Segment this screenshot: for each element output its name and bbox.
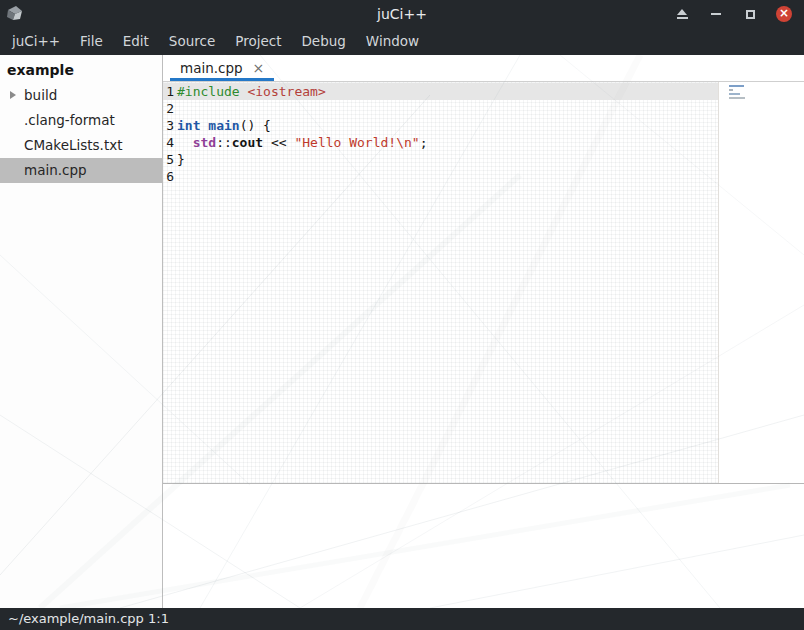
menu-item-file[interactable]: File	[70, 28, 113, 55]
tree-item-label: main.cpp	[24, 162, 87, 178]
code-line[interactable]: 6	[163, 168, 718, 185]
tree-item-label: build	[24, 87, 57, 103]
minimize-button[interactable]	[708, 6, 724, 22]
expander-icon[interactable]	[10, 91, 16, 99]
minimize-icon	[711, 13, 721, 15]
status-file-position: ~/example/main.cpp 1:1	[8, 611, 169, 626]
close-button[interactable]: ×	[776, 6, 792, 22]
tab-close-icon[interactable]: ×	[253, 61, 265, 75]
keep-above-icon[interactable]	[674, 6, 690, 22]
menu-item-project[interactable]: Project	[225, 28, 291, 55]
workspace: example build .clang-format CMakeLists.t…	[0, 55, 804, 608]
maximize-button[interactable]	[742, 6, 758, 22]
line-content: int main() {	[177, 118, 271, 133]
line-number: 1	[163, 83, 174, 100]
tab-label: main.cpp	[180, 60, 243, 76]
tree-item-label: CMakeLists.txt	[24, 137, 123, 153]
line-number: 6	[163, 168, 174, 185]
titlebar: juCi++ ×	[0, 0, 804, 28]
menu-item-juci[interactable]: juCi++	[2, 28, 70, 55]
line-number: 3	[163, 117, 174, 134]
code-line[interactable]: 4 std::cout << "Hello World!\n";	[163, 134, 718, 151]
eject-triangle	[677, 9, 687, 15]
project-root-label[interactable]: example	[0, 55, 162, 83]
line-content: }	[177, 152, 185, 167]
line-number: 4	[163, 134, 174, 151]
editor-column: main.cpp × 1#include <iostream>23int mai…	[163, 55, 804, 608]
tree-item-cmakelists[interactable]: CMakeLists.txt	[0, 133, 162, 158]
code-line[interactable]: 3int main() {	[163, 117, 718, 134]
overview-line	[729, 85, 744, 87]
overview-map[interactable]	[729, 85, 753, 101]
menubar: juCi++ File Edit Source Project Debug Wi…	[0, 28, 804, 55]
eject-bar	[677, 17, 688, 19]
menu-item-source[interactable]: Source	[159, 28, 225, 55]
tree-item-main-cpp[interactable]: main.cpp	[0, 158, 162, 183]
status-bar: ~/example/main.cpp 1:1	[0, 608, 804, 630]
tab-bar: main.cpp ×	[163, 55, 804, 82]
app-window: juCi++ × juCi++ File Edit Source Project…	[0, 0, 804, 630]
code-area[interactable]: 1#include <iostream>23int main() {4 std:…	[163, 82, 719, 483]
menu-item-debug[interactable]: Debug	[291, 28, 355, 55]
code-line[interactable]: 1#include <iostream>	[163, 83, 718, 100]
overview-line	[729, 97, 745, 99]
line-content: #include <iostream>	[177, 84, 326, 99]
terminal-panel[interactable]	[163, 483, 804, 608]
window-controls: ×	[674, 0, 792, 28]
menu-item-edit[interactable]: Edit	[113, 28, 159, 55]
line-content: std::cout << "Hello World!\n";	[177, 135, 427, 150]
tab-main-cpp[interactable]: main.cpp ×	[170, 55, 274, 81]
line-number: 5	[163, 151, 174, 168]
tree-item-build[interactable]: build	[0, 83, 162, 108]
source-editor[interactable]: 1#include <iostream>23int main() {4 std:…	[163, 82, 804, 483]
tree-item-clang-format[interactable]: .clang-format	[0, 108, 162, 133]
file-tree-panel: example build .clang-format CMakeLists.t…	[0, 55, 163, 608]
menu-item-window[interactable]: Window	[356, 28, 429, 55]
tree-item-label: .clang-format	[24, 112, 115, 128]
line-number: 2	[163, 100, 174, 117]
maximize-icon	[746, 10, 755, 19]
code-line[interactable]: 5}	[163, 151, 718, 168]
overview-line	[729, 89, 733, 91]
code-line[interactable]: 2	[163, 100, 718, 117]
overview-line	[729, 93, 740, 95]
